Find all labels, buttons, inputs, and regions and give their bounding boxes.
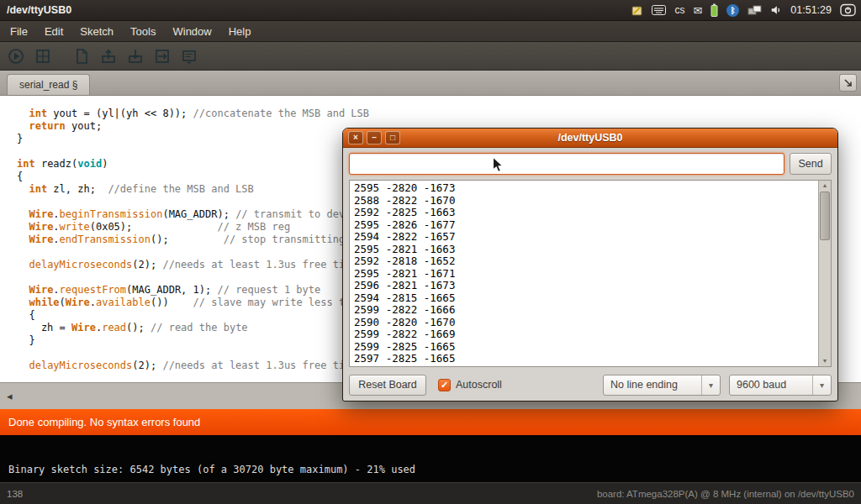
baud-rate-dropdown[interactable]: 9600 baud ▾ bbox=[729, 375, 832, 396]
baud-rate-arrow-icon[interactable]: ▾ bbox=[812, 375, 831, 395]
serial-input-row: Send bbox=[349, 153, 832, 175]
menu-window[interactable]: Window bbox=[164, 21, 219, 42]
serial-line: 2599 -2822 -1669 bbox=[354, 328, 816, 341]
status-footer: 138 board: ATmega328P(A) @ 8 MHz (intern… bbox=[0, 482, 861, 504]
upload-button[interactable] bbox=[151, 45, 173, 67]
serial-line: 2596 -2819 -1675 bbox=[354, 365, 816, 367]
serial-line: 2595 -2821 -1671 bbox=[354, 268, 816, 281]
bluetooth-icon[interactable]: ᛒ bbox=[726, 4, 739, 17]
scrollbar-down-icon[interactable]: ▼ bbox=[819, 356, 831, 366]
close-button[interactable]: × bbox=[348, 131, 363, 144]
serial-line: 2595 -2820 -1673 bbox=[354, 182, 816, 195]
maximize-icon: □ bbox=[390, 133, 395, 142]
serial-monitor-window: /dev/ttyUSB0 × – □ Send 2595 -2820 -1673… bbox=[342, 128, 838, 402]
serial-monitor-controls: Reset Board ✓ Autoscroll No line ending … bbox=[343, 369, 837, 401]
serial-monitor-title: /dev/ttyUSB0 bbox=[343, 132, 837, 144]
minimize-button[interactable]: – bbox=[367, 131, 382, 144]
save-button[interactable] bbox=[124, 45, 146, 67]
code-line: int yout = (yl|(yh << 8)); //concatenate… bbox=[17, 108, 861, 120]
volume-icon[interactable] bbox=[770, 4, 782, 16]
serial-line: 2595 -2821 -1663 bbox=[354, 244, 816, 256]
baud-rate-value: 9600 baud bbox=[730, 379, 812, 391]
serial-output[interactable]: 2595 -2820 -16732588 -2822 -16702592 -28… bbox=[349, 180, 832, 367]
verify-icon bbox=[7, 47, 25, 66]
autoscroll-label: Autoscroll bbox=[456, 379, 502, 391]
new-sketch-icon bbox=[72, 47, 91, 66]
cursor-line-number: 138 bbox=[7, 489, 23, 499]
menu-tools[interactable]: Tools bbox=[122, 21, 164, 42]
scrollbar-up-icon[interactable]: ▲ bbox=[819, 181, 831, 191]
serial-line: 2599 -2825 -1665 bbox=[354, 341, 816, 354]
session-menu-icon[interactable] bbox=[840, 3, 856, 17]
menubar-items: FileEditSketchToolsWindowHelp bbox=[2, 21, 259, 42]
line-ending-value: No line ending bbox=[604, 379, 701, 391]
close-icon: × bbox=[353, 133, 358, 142]
toolbar bbox=[0, 42, 861, 71]
tab-menu-arrow-icon bbox=[843, 77, 853, 88]
top-panel: /dev/ttyUSB0 cs ✉ ᛒ bbox=[0, 0, 861, 21]
new-button[interactable] bbox=[71, 45, 92, 67]
serial-line: 2588 -2822 -1670 bbox=[354, 195, 816, 207]
serial-scrollbar[interactable]: ▲ ▼ bbox=[818, 181, 831, 366]
serial-monitor-titlebar[interactable]: /dev/ttyUSB0 × – □ bbox=[343, 129, 837, 148]
console-text: Binary sketch size: 6542 bytes (of a 307… bbox=[8, 464, 415, 475]
send-button[interactable]: Send bbox=[790, 153, 832, 175]
window-buttons: × – □ bbox=[348, 131, 400, 144]
line-ending-dropdown[interactable]: No line ending ▾ bbox=[603, 375, 721, 396]
maximize-button[interactable]: □ bbox=[385, 131, 400, 144]
tab-menu-button[interactable] bbox=[839, 74, 857, 92]
serial-monitor-button[interactable] bbox=[178, 45, 200, 67]
checkmark-icon: ✓ bbox=[441, 380, 448, 391]
upload-icon bbox=[153, 47, 172, 66]
keyboard-icon[interactable] bbox=[652, 5, 666, 15]
serial-monitor-icon bbox=[180, 47, 198, 66]
save-icon bbox=[126, 47, 145, 66]
stop-icon bbox=[34, 47, 52, 66]
screen: /dev/ttyUSB0 cs ✉ ᛒ bbox=[0, 0, 861, 504]
menu-edit[interactable]: Edit bbox=[36, 21, 71, 42]
board-info: board: ATmega328P(A) @ 8 MHz (internal) … bbox=[597, 489, 854, 499]
serial-line: 2597 -2825 -1665 bbox=[354, 353, 816, 365]
keyboard-layout-indicator[interactable]: cs bbox=[674, 4, 684, 16]
serial-line: 2596 -2821 -1673 bbox=[354, 280, 816, 292]
serial-output-text: 2595 -2820 -16732588 -2822 -16702592 -28… bbox=[354, 182, 816, 366]
line-ending-arrow-icon[interactable]: ▾ bbox=[701, 375, 720, 395]
serial-line: 2595 -2826 -1677 bbox=[354, 219, 816, 232]
panel-clock[interactable]: 01:51:29 bbox=[790, 4, 832, 16]
open-button[interactable] bbox=[98, 45, 119, 67]
stop-button[interactable] bbox=[32, 45, 54, 67]
notes-icon[interactable] bbox=[631, 4, 643, 17]
reset-board-button[interactable]: Reset Board bbox=[349, 375, 426, 396]
menu-sketch[interactable]: Sketch bbox=[71, 21, 122, 42]
panel-window-title: /dev/ttyUSB0 bbox=[7, 4, 71, 16]
open-icon bbox=[99, 47, 118, 66]
serial-line: 2594 -2815 -1665 bbox=[354, 292, 816, 305]
serial-line: 2592 -2818 -1652 bbox=[354, 255, 816, 268]
tab-strip: serial_read § bbox=[0, 71, 861, 96]
status-message: Done compiling. No syntax errors found bbox=[8, 416, 200, 428]
serial-line: 2590 -2820 -1670 bbox=[354, 317, 816, 329]
serial-line: 2599 -2822 -1666 bbox=[354, 304, 816, 317]
scrollbar-thumb[interactable] bbox=[820, 192, 830, 240]
menu-help[interactable]: Help bbox=[220, 21, 260, 42]
autoscroll-checkbox[interactable]: ✓ bbox=[438, 379, 451, 391]
system-tray: cs ✉ ᛒ 01:51:29 bbox=[631, 3, 861, 17]
console-output: Binary sketch size: 6542 bytes (of a 307… bbox=[0, 435, 861, 482]
serial-input[interactable] bbox=[349, 153, 784, 175]
menu-file[interactable]: File bbox=[2, 21, 36, 42]
minimize-icon: – bbox=[372, 133, 377, 142]
scroll-left-arrow-icon[interactable]: ◂ bbox=[7, 390, 13, 402]
network-icon[interactable] bbox=[747, 5, 762, 16]
verify-button[interactable] bbox=[5, 45, 27, 67]
mouse-cursor bbox=[491, 156, 504, 177]
mail-icon[interactable]: ✉ bbox=[693, 5, 702, 16]
menubar: FileEditSketchToolsWindowHelp bbox=[0, 21, 861, 42]
serial-line: 2592 -2825 -1663 bbox=[354, 207, 816, 219]
serial-line: 2594 -2822 -1657 bbox=[354, 231, 816, 244]
battery-icon[interactable] bbox=[710, 3, 718, 17]
tab-serial-read[interactable]: serial_read § bbox=[7, 74, 90, 95]
compile-status-bar: Done compiling. No syntax errors found bbox=[0, 409, 861, 435]
